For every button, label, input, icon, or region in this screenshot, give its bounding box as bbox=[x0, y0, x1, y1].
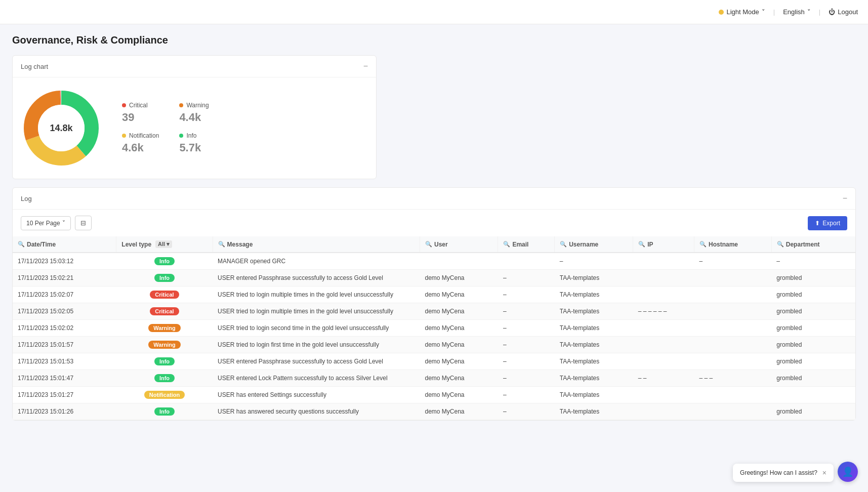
notification-dot bbox=[122, 134, 126, 138]
table-row: 17/11/2023 15:01:26 Info USER has answer… bbox=[13, 403, 855, 420]
table-controls: 10 Per Page ˅ ⊟ ⬆ Export bbox=[13, 210, 855, 236]
cell-department: – bbox=[771, 253, 855, 270]
search-message-icon: 🔍 bbox=[218, 241, 225, 248]
table-row: 17/11/2023 15:03:12 Info MANAGER opened … bbox=[13, 253, 855, 270]
level-badge: Info bbox=[154, 274, 175, 282]
light-mode-toggle[interactable]: Light Mode ˅ bbox=[719, 8, 765, 16]
level-badge: Info bbox=[154, 407, 175, 416]
language-selector[interactable]: English ˅ bbox=[783, 8, 811, 16]
col-level: Level type All ▾ bbox=[116, 236, 213, 253]
cell-user: demo MyCena bbox=[420, 320, 498, 337]
cell-email: – bbox=[498, 403, 555, 420]
level-badge: Info bbox=[154, 357, 175, 365]
table-row: 17/11/2023 15:01:57 Warning USER tried t… bbox=[13, 337, 855, 353]
cell-datetime: 17/11/2023 15:02:21 bbox=[13, 270, 116, 286]
cell-user: demo MyCena bbox=[420, 403, 498, 420]
cell-datetime: 17/11/2023 15:02:07 bbox=[13, 286, 116, 303]
log-chart-collapse[interactable]: − bbox=[363, 62, 368, 71]
info-label: Info bbox=[186, 132, 196, 139]
cell-email: – bbox=[498, 303, 555, 320]
cell-datetime: 17/11/2023 15:03:12 bbox=[13, 253, 116, 270]
per-page-label: 10 Per Page bbox=[26, 220, 60, 227]
table-row: 17/11/2023 15:01:53 Info USER entered Pa… bbox=[13, 353, 855, 370]
cell-email: – bbox=[498, 337, 555, 353]
cell-datetime: 17/11/2023 15:02:02 bbox=[13, 320, 116, 337]
legend-item-info: Info 5.7k bbox=[179, 132, 216, 154]
cell-email: – bbox=[498, 353, 555, 370]
search-department-icon: 🔍 bbox=[777, 241, 784, 248]
cell-message: USER tried to login first time in the go… bbox=[213, 337, 420, 353]
col-email: 🔍 Email bbox=[498, 236, 555, 253]
cell-department: grombled bbox=[771, 353, 855, 370]
cell-datetime: 17/11/2023 15:02:05 bbox=[13, 303, 116, 320]
cell-message: USER has answered security questions suc… bbox=[213, 403, 420, 420]
table-row: 17/11/2023 15:01:27 Notification USER ha… bbox=[13, 387, 855, 403]
cell-department: grombled bbox=[771, 320, 855, 337]
cell-department: grombled bbox=[771, 303, 855, 320]
level-badge: Critical bbox=[150, 307, 179, 315]
col-username: 🔍 Username bbox=[555, 236, 633, 253]
cell-datetime: 17/11/2023 15:01:26 bbox=[13, 403, 116, 420]
cell-message: USER entered Lock Pattern successfully t… bbox=[213, 370, 420, 387]
col-user: 🔍 User bbox=[420, 236, 498, 253]
critical-label: Critical bbox=[129, 102, 148, 109]
legend-item-notification: Notification 4.6k bbox=[122, 132, 159, 154]
critical-value: 39 bbox=[122, 111, 159, 124]
level-badge: Notification bbox=[144, 391, 185, 399]
light-mode-dot bbox=[719, 10, 724, 15]
legend-item-critical: Critical 39 bbox=[122, 102, 159, 124]
main-content: Governance, Risk & Compliance Log chart … bbox=[0, 24, 868, 431]
cell-message: USER has entered Settings successfully bbox=[213, 387, 420, 403]
cell-ip bbox=[633, 387, 694, 403]
search-ip-icon: 🔍 bbox=[638, 241, 645, 248]
language-caret: ˅ bbox=[807, 8, 811, 16]
log-collapse-btn[interactable]: − bbox=[843, 194, 847, 203]
cell-level: Critical bbox=[116, 303, 213, 320]
per-page-button[interactable]: 10 Per Page ˅ bbox=[21, 216, 71, 230]
cell-user: demo MyCena bbox=[420, 370, 498, 387]
cell-user: demo MyCena bbox=[420, 303, 498, 320]
log-table-header: 🔍 Date/Time Level type All ▾ bbox=[13, 236, 855, 253]
cell-message: USER tried to login second time in the g… bbox=[213, 320, 420, 337]
cell-level: Info bbox=[116, 370, 213, 387]
col-hostname: 🔍 Hostname bbox=[694, 236, 772, 253]
critical-dot bbox=[122, 103, 126, 107]
level-filter-all[interactable]: All ▾ bbox=[155, 240, 172, 248]
cell-username: TAA-templates bbox=[555, 303, 633, 320]
cell-datetime: 17/11/2023 15:01:53 bbox=[13, 353, 116, 370]
cell-ip bbox=[633, 286, 694, 303]
chart-legend: Critical 39 Warning 4.4k Notification bbox=[122, 102, 217, 154]
cell-level: Warning bbox=[116, 337, 213, 353]
logout-icon: ⏻ bbox=[829, 8, 835, 16]
cell-username: TAA-templates bbox=[555, 286, 633, 303]
cell-message: USER entered Passphrase successfully to … bbox=[213, 270, 420, 286]
legend-item-warning: Warning 4.4k bbox=[179, 102, 216, 124]
notification-value: 4.6k bbox=[122, 141, 159, 154]
cell-ip bbox=[633, 270, 694, 286]
col-department: 🔍 Department bbox=[771, 236, 855, 253]
export-button[interactable]: ⬆ Export bbox=[808, 216, 847, 230]
notification-label: Notification bbox=[129, 132, 159, 139]
log-chart-card: Log chart − 14.8k bbox=[12, 55, 377, 179]
cell-hostname bbox=[694, 337, 772, 353]
light-mode-caret: ˅ bbox=[762, 8, 765, 16]
donut-chart: 14.8k bbox=[21, 88, 102, 169]
table-row: 17/11/2023 15:02:21 Info USER entered Pa… bbox=[13, 270, 855, 286]
cell-hostname bbox=[694, 353, 772, 370]
log-table: 🔍 Date/Time Level type All ▾ bbox=[13, 236, 855, 420]
logout-label: Logout bbox=[838, 8, 858, 16]
cell-ip bbox=[633, 253, 694, 270]
cell-department: grombled bbox=[771, 286, 855, 303]
filter-icon: ⊟ bbox=[80, 219, 86, 227]
cell-user: demo MyCena bbox=[420, 337, 498, 353]
cell-ip bbox=[633, 403, 694, 420]
cell-email: – bbox=[498, 320, 555, 337]
cell-ip bbox=[633, 353, 694, 370]
filter-button[interactable]: ⊟ bbox=[75, 216, 92, 230]
search-email-icon: 🔍 bbox=[503, 241, 510, 248]
cell-email: – bbox=[498, 387, 555, 403]
logout-button[interactable]: ⏻ Logout bbox=[829, 8, 858, 16]
log-section-header: Log − bbox=[13, 188, 855, 210]
cell-department bbox=[771, 387, 855, 403]
cell-email: – bbox=[498, 286, 555, 303]
